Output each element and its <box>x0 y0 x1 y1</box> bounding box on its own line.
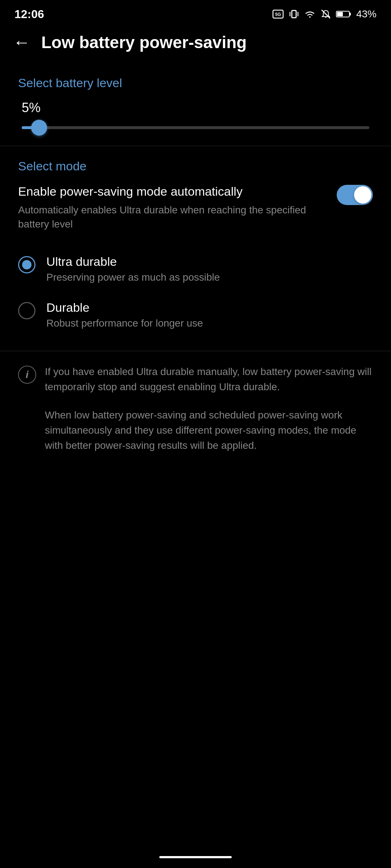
ultra-durable-subtitle: Preserving power as much as possible <box>46 272 373 283</box>
toggle-knob <box>354 186 371 204</box>
battery-icon <box>336 10 351 18</box>
radio-inner-dot <box>22 260 31 269</box>
status-time: 12:06 <box>14 8 44 21</box>
info-text-group: If you have enabled Ultra durable manual… <box>45 364 373 453</box>
back-button[interactable]: ← <box>13 34 30 51</box>
auto-enable-toggle[interactable] <box>337 185 373 205</box>
status-bar: 12:06 5G 43% <box>0 0 391 25</box>
battery-percent: 43% <box>356 8 377 20</box>
info-section: i If you have enabled Ultra durable manu… <box>0 351 391 466</box>
ultra-durable-title: Ultra durable <box>46 255 373 269</box>
ultra-durable-text: Ultra durable Preserving power as much a… <box>46 255 373 283</box>
header: ← Low battery power-saving <box>0 25 391 63</box>
durable-title: Durable <box>46 301 373 315</box>
toggle-title: Enable power-saving mode automatically <box>18 183 326 199</box>
wifi-icon <box>304 9 316 19</box>
durable-text: Durable Robust performance for longer us… <box>46 301 373 329</box>
vibrate-icon <box>289 9 299 19</box>
ultra-durable-option[interactable]: Ultra durable Preserving power as much a… <box>18 246 373 292</box>
mode-section-title: Select mode <box>18 159 373 173</box>
info-paragraph-2: When low battery power-saving and schedu… <box>45 408 373 453</box>
slider-thumb <box>31 120 47 136</box>
notification-off-icon <box>321 9 331 19</box>
battery-section-title: Select battery level <box>18 76 373 90</box>
svg-rect-3 <box>292 10 296 18</box>
slider-track <box>22 126 369 129</box>
bottom-home-indicator <box>159 856 232 858</box>
battery-level-section: Select battery level 5% <box>0 63 391 146</box>
svg-text:5G: 5G <box>275 12 281 17</box>
svg-rect-9 <box>337 12 343 16</box>
durable-subtitle: Robust performance for longer use <box>46 318 373 329</box>
slider-container <box>18 123 373 133</box>
bottom-navigation-bar <box>0 846 391 868</box>
page-title: Low battery power-saving <box>41 33 247 52</box>
svg-rect-2 <box>292 10 296 18</box>
info-paragraph-1: If you have enabled Ultra durable manual… <box>45 364 373 395</box>
durable-radio[interactable] <box>18 302 35 319</box>
toggle-subtitle: Automatically enables Ultra durable when… <box>18 203 326 231</box>
status-icons: 5G 43% <box>272 8 377 20</box>
auto-enable-toggle-row: Enable power-saving mode automatically A… <box>18 183 373 231</box>
svg-rect-8 <box>349 13 351 16</box>
slider-value-display: 5% <box>18 100 373 115</box>
durable-option[interactable]: Durable Robust performance for longer us… <box>18 292 373 338</box>
info-icon: i <box>18 366 36 384</box>
sim-icon: 5G <box>272 9 284 19</box>
toggle-text-group: Enable power-saving mode automatically A… <box>18 183 326 231</box>
mode-section: Select mode Enable power-saving mode aut… <box>0 146 391 351</box>
ultra-durable-radio[interactable] <box>18 256 35 273</box>
